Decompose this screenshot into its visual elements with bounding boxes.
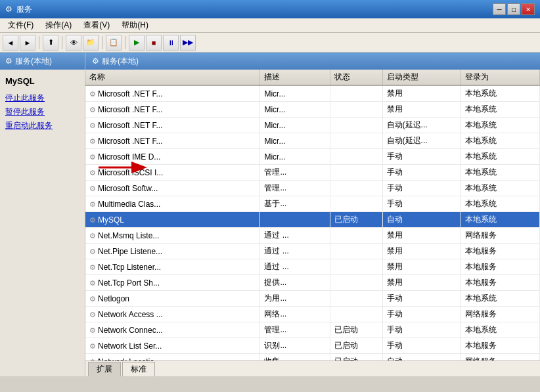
maximize-button[interactable]: □ — [507, 3, 520, 15]
service-table: 名称 描述 状态 启动类型 登录为 ⚙Microsoft .NET F...Mi… — [85, 70, 540, 360]
tab-standard[interactable]: 标准 — [122, 362, 155, 376]
sidebar-header-title: 服务(本地) — [15, 56, 52, 67]
table-row[interactable]: ⚙Network Locatio...收集...已启动自动网络服务 — [85, 354, 540, 361]
service-name-cell: ⚙Multimedia Clas... — [85, 196, 260, 212]
window-title: 服务 — [16, 4, 32, 15]
service-name-cell: ⚙Network List Ser... — [85, 338, 260, 354]
service-startup-cell: 手动 — [382, 181, 461, 196]
pause-service-button[interactable]: ⏸ — [163, 35, 179, 51]
service-logon-cell: 本地系统 — [461, 85, 540, 102]
service-startup-cell: 手动 — [382, 322, 461, 338]
menu-bar: 文件(F) 操作(A) 查看(V) 帮助(H) — [0, 18, 540, 33]
menu-file[interactable]: 文件(F) — [3, 18, 39, 32]
table-row[interactable]: ⚙Microsoft IME D...Micr...手动本地系统 — [85, 149, 540, 165]
service-status-cell — [330, 102, 382, 118]
table-row[interactable]: ⚙Microsoft .NET F...Micr...自动(延迟...本地系统 — [85, 118, 540, 133]
service-desc-cell: 收集... — [260, 354, 330, 361]
service-desc-cell: 为用... — [260, 291, 330, 307]
tab-extend[interactable]: 扩展 — [88, 362, 121, 376]
service-logon-cell: 网络服务 — [461, 354, 540, 361]
sidebar: ⚙ 服务(本地) MySQL 停止此服务 暂停此服务 重启动此服务 — [0, 53, 85, 376]
menu-action[interactable]: 操作(A) — [40, 18, 77, 32]
service-logon-cell: 本地系统 — [461, 212, 540, 228]
service-startup-cell: 自动(延迟... — [382, 118, 461, 133]
table-row[interactable]: ⚙Network List Ser...识别...已启动手动本地服务 — [85, 338, 540, 354]
table-row[interactable]: ⚙Network Access ...网络...手动网络服务 — [85, 307, 540, 322]
service-name-cell: ⚙Microsoft Softw... — [85, 181, 260, 196]
table-row[interactable]: ⚙Multimedia Clas...基于...手动本地系统 — [85, 196, 540, 212]
service-logon-cell: 网络服务 — [461, 228, 540, 244]
menu-view[interactable]: 查看(V) — [78, 18, 115, 32]
back-button[interactable]: ◄ — [3, 35, 18, 51]
col-startup[interactable]: 启动类型 — [382, 70, 461, 85]
service-name-cell: ⚙Net.Tcp Listener... — [85, 259, 260, 275]
service-startup-cell: 手动 — [382, 338, 461, 354]
table-row[interactable]: ⚙Microsoft .NET F...Micr...禁用本地系统 — [85, 102, 540, 118]
properties-button[interactable]: 📋 — [106, 35, 122, 51]
forward-button[interactable]: ► — [20, 35, 35, 51]
service-desc-cell: 管理... — [260, 165, 330, 181]
service-status-cell — [330, 307, 382, 322]
right-header-gear-icon: ⚙ — [92, 56, 99, 66]
toolbar-separator-4 — [125, 36, 125, 49]
service-status-cell — [330, 118, 382, 133]
restart-service-link[interactable]: 重启动此服务 — [5, 120, 79, 131]
pause-service-link[interactable]: 暂停此服务 — [5, 106, 79, 118]
col-status[interactable]: 状态 — [330, 70, 382, 85]
service-logon-cell: 本地系统 — [461, 322, 540, 338]
service-status-cell — [330, 244, 382, 259]
table-row[interactable]: ⚙Microsoft Softw...管理...手动本地系统 — [85, 181, 540, 196]
service-desc-cell: 网络... — [260, 307, 330, 322]
toolbar-separator-3 — [102, 36, 102, 49]
title-bar-controls: ─ □ ✕ — [493, 3, 535, 15]
table-row[interactable]: ⚙Netlogon为用...手动本地系统 — [85, 291, 540, 307]
service-desc-cell: 通过 ... — [260, 259, 330, 275]
table-row[interactable]: ⚙Microsoft iSCSI I...管理...手动本地系统 — [85, 165, 540, 181]
service-desc-cell: 通过 ... — [260, 244, 330, 259]
service-startup-cell: 禁用 — [382, 244, 461, 259]
table-row[interactable]: ⚙Net.Pipe Listene...通过 ...禁用本地服务 — [85, 244, 540, 259]
service-startup-cell: 自动(延迟... — [382, 133, 461, 149]
service-table-container[interactable]: 名称 描述 状态 启动类型 登录为 ⚙Microsoft .NET F...Mi… — [85, 70, 540, 360]
service-name-cell: ⚙Net.Tcp Port Sh... — [85, 275, 260, 291]
service-desc-cell: Micr... — [260, 133, 330, 149]
service-name-cell: ⚙Microsoft IME D... — [85, 149, 260, 165]
menu-help[interactable]: 帮助(H) — [116, 18, 154, 32]
close-button[interactable]: ✕ — [522, 3, 535, 15]
col-name[interactable]: 名称 — [85, 70, 260, 85]
service-desc-cell: 管理... — [260, 181, 330, 196]
table-row[interactable]: ⚙Net.Tcp Port Sh...提供...禁用本地服务 — [85, 275, 540, 291]
main-area: ⚙ 服务(本地) MySQL 停止此服务 暂停此服务 重启动此服务 ⚙ 服务(本… — [0, 53, 540, 376]
service-startup-cell: 手动 — [382, 307, 461, 322]
service-status-cell: 已启动 — [330, 354, 382, 361]
table-row[interactable]: ⚙MySQL已启动自动本地系统 — [85, 212, 540, 228]
minimize-button[interactable]: ─ — [493, 3, 506, 15]
stop-service-button[interactable]: ■ — [146, 35, 162, 51]
service-name-cell: ⚙Microsoft .NET F... — [85, 133, 260, 149]
folder-button[interactable]: 📁 — [83, 35, 99, 51]
service-startup-cell: 禁用 — [382, 102, 461, 118]
service-desc-cell: 识别... — [260, 338, 330, 354]
col-desc[interactable]: 描述 — [260, 70, 330, 85]
service-name-cell: ⚙Network Connec... — [85, 322, 260, 338]
sidebar-gear-icon: ⚙ — [5, 56, 12, 66]
table-row[interactable]: ⚙Net.Tcp Listener...通过 ...禁用本地服务 — [85, 259, 540, 275]
sidebar-content: MySQL 停止此服务 暂停此服务 重启动此服务 — [0, 70, 85, 141]
start-service-button[interactable]: ▶ — [129, 35, 145, 51]
service-startup-cell: 手动 — [382, 196, 461, 212]
service-status-cell: 已启动 — [330, 322, 382, 338]
table-row[interactable]: ⚙Network Connec...管理...已启动手动本地系统 — [85, 322, 540, 338]
service-status-cell — [330, 149, 382, 165]
service-desc-cell: Micr... — [260, 149, 330, 165]
title-icon: ⚙ — [5, 5, 12, 14]
right-header-title: 服务(本地) — [102, 56, 139, 67]
resume-service-button[interactable]: ▶▶ — [180, 35, 196, 51]
table-row[interactable]: ⚙Microsoft .NET F...Micr...禁用本地系统 — [85, 85, 540, 102]
show-hide-button[interactable]: 👁 — [66, 35, 81, 51]
up-button[interactable]: ⬆ — [43, 35, 58, 51]
service-desc-cell: Micr... — [260, 85, 330, 102]
table-row[interactable]: ⚙Microsoft .NET F...Micr...自动(延迟...本地系统 — [85, 133, 540, 149]
stop-service-link[interactable]: 停止此服务 — [5, 93, 79, 104]
col-logon[interactable]: 登录为 — [461, 70, 540, 85]
table-row[interactable]: ⚙Net.Msmq Liste...通过 ...禁用网络服务 — [85, 228, 540, 244]
